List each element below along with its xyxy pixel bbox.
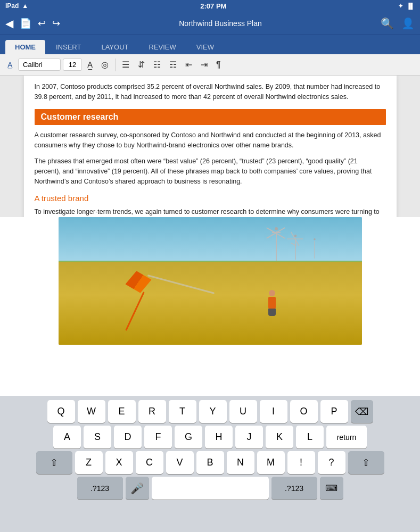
status-bar-right: ✦ ▐▌	[398, 3, 415, 10]
keyboard-row-4: .?123 🎤 .?123 ⌨	[2, 477, 418, 500]
status-bar-left: iPad ▲	[5, 2, 28, 10]
key-l[interactable]: L	[296, 426, 324, 448]
turbine-head-3	[314, 238, 316, 240]
tab-bar: HOME INSERT LAYOUT REVIEW VIEW	[0, 35, 420, 54]
document-content[interactable]: In 2007, Contoso products comprised 35.2…	[24, 76, 397, 217]
customer-research-heading: Customer research	[35, 109, 386, 125]
search-icon[interactable]: 🔍	[381, 17, 394, 30]
key-t[interactable]: T	[169, 400, 196, 423]
redo-button[interactable]: ↪	[52, 18, 60, 29]
return-key[interactable]: return	[326, 426, 367, 448]
key-u[interactable]: U	[229, 400, 257, 423]
tab-home[interactable]: HOME	[5, 40, 45, 54]
keyboard-row-1: Q W E R T Y U I O P ⌫	[2, 400, 418, 423]
key-question[interactable]: ?	[318, 451, 345, 474]
document-title: Northwind Business Plan	[64, 19, 376, 28]
para1: A customer research survey, co-sponsored…	[35, 130, 386, 151]
key-z[interactable]: Z	[75, 451, 103, 474]
undo-button[interactable]: ↩	[38, 18, 46, 29]
child-head	[269, 290, 275, 296]
child-figure	[267, 290, 277, 317]
sky-background	[59, 217, 362, 265]
font-style-button[interactable]: A̲	[4, 59, 16, 71]
numbered-list-button[interactable]: ☶	[166, 57, 180, 72]
wind-turbines	[275, 227, 316, 261]
shift-right-key[interactable]: ⇧	[348, 451, 384, 474]
outdent-button[interactable]: ⇤	[182, 57, 195, 72]
key-f[interactable]: F	[144, 426, 172, 448]
key-s[interactable]: S	[84, 426, 111, 448]
intro-paragraph: In 2007, Contoso products comprised 35.2…	[35, 82, 386, 103]
font-size-display[interactable]: 12	[63, 59, 82, 71]
key-q[interactable]: Q	[47, 400, 75, 423]
key-j[interactable]: J	[235, 426, 263, 448]
key-p[interactable]: P	[320, 400, 348, 423]
key-m[interactable]: M	[257, 451, 285, 474]
doc-icon[interactable]: 📄	[20, 18, 31, 29]
key-n[interactable]: N	[227, 451, 254, 474]
key-x[interactable]: X	[105, 451, 133, 474]
delete-key[interactable]: ⌫	[351, 400, 373, 423]
status-bar: iPad ▲ 2:07 PM ✦ ▐▌	[0, 0, 420, 12]
space-key[interactable]	[152, 477, 269, 500]
wheat-field	[59, 262, 362, 345]
key-g[interactable]: G	[175, 426, 202, 448]
status-bar-time: 2:07 PM	[200, 2, 226, 10]
document-area[interactable]: In 2007, Contoso products comprised 35.2…	[0, 76, 420, 217]
numbers-right-key[interactable]: .?123	[271, 477, 317, 500]
format-divider-1	[115, 59, 116, 71]
toolbar: ◀ 📄 ↩ ↪ Northwind Business Plan 🔍 👤	[0, 12, 420, 35]
trusted-brand-heading: A trusted brand	[35, 194, 386, 203]
bluetooth-icon: ✦	[398, 3, 403, 10]
kite-image	[59, 217, 362, 345]
para2: The phrases that emerged most often were…	[35, 156, 386, 187]
turbine-head-2	[294, 235, 297, 237]
paragraph-button[interactable]: ¶	[213, 58, 224, 72]
key-c[interactable]: C	[136, 451, 163, 474]
child-legs	[268, 309, 276, 316]
tab-layout[interactable]: LAYOUT	[92, 40, 138, 54]
mic-key[interactable]: 🎤	[126, 477, 149, 500]
line-spacing-button[interactable]: ⇵	[135, 57, 148, 72]
tab-view[interactable]: VIEW	[187, 40, 224, 54]
back-button[interactable]: ◀	[5, 17, 13, 30]
key-w[interactable]: W	[78, 400, 105, 423]
turbine-head-1	[275, 227, 278, 230]
shift-left-key[interactable]: ⇧	[36, 451, 72, 474]
font-color-button[interactable]: A̲	[84, 58, 96, 72]
align-button[interactable]: ☰	[119, 57, 133, 72]
key-o[interactable]: O	[290, 400, 318, 423]
turbine-2	[294, 235, 297, 260]
key-b[interactable]: B	[196, 451, 224, 474]
key-y[interactable]: Y	[199, 400, 227, 423]
child-body	[268, 297, 276, 309]
indent-button[interactable]: ⇥	[197, 57, 211, 72]
battery-icon: ▐▌	[406, 3, 415, 9]
key-i[interactable]: I	[260, 400, 287, 423]
tab-insert[interactable]: INSERT	[46, 40, 90, 54]
key-k[interactable]: K	[266, 426, 293, 448]
keyboard-row-3: ⇧ Z X C V B N M ! ? ⇧	[2, 451, 418, 474]
tab-review[interactable]: REVIEW	[139, 40, 186, 54]
key-r[interactable]: R	[138, 400, 166, 423]
key-a[interactable]: A	[53, 426, 81, 448]
keyboard: Q W E R T Y U I O P ⌫ A S D F G H J K L …	[0, 396, 420, 532]
format-bar: A̲ Calibri 12 A̲ ◎ ☰ ⇵ ☷ ☶ ⇤ ⇥ ¶	[0, 54, 420, 76]
ipad-label: iPad	[5, 2, 19, 10]
key-exclaim[interactable]: !	[287, 451, 315, 474]
turbine-3	[314, 238, 316, 259]
key-v[interactable]: V	[166, 451, 194, 474]
keyboard-dismiss-key[interactable]: ⌨	[320, 477, 343, 500]
highlight-button[interactable]: ◎	[98, 57, 112, 72]
font-name-display[interactable]: Calibri	[18, 59, 61, 71]
wifi-icon: ▲	[22, 2, 28, 10]
key-h[interactable]: H	[205, 426, 233, 448]
key-e[interactable]: E	[108, 400, 136, 423]
person-icon[interactable]: 👤	[401, 17, 415, 30]
toolbar-right: 🔍 👤	[381, 17, 415, 30]
keyboard-row-2: A S D F G H J K L return	[2, 426, 418, 448]
numbers-left-key[interactable]: .?123	[77, 477, 123, 500]
toolbar-nav: ◀ 📄 ↩ ↪	[5, 17, 60, 30]
key-d[interactable]: D	[114, 426, 142, 448]
bullet-list-button[interactable]: ☷	[150, 57, 164, 72]
